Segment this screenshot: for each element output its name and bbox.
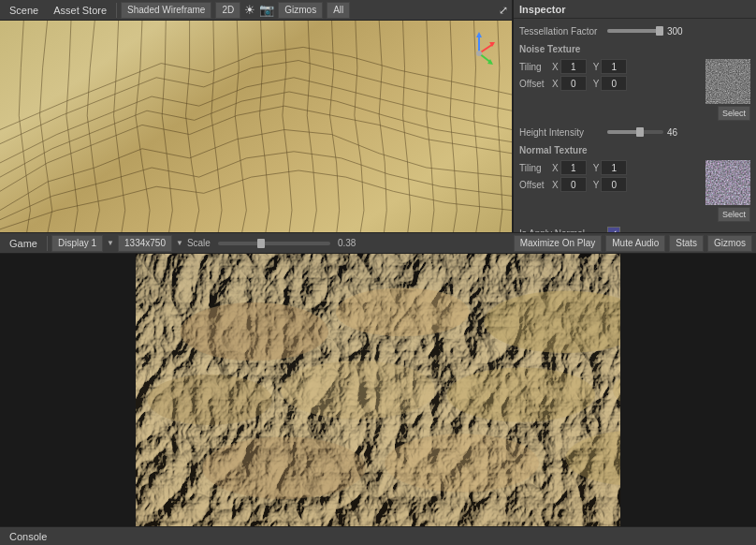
tessellation-slider-container: 300 [607, 26, 750, 37]
svg-point-11 [181, 302, 328, 361]
scene-panel: Scene Asset Store Shaded Wireframe 2D ☀ … [0, 0, 513, 232]
game-toolbar-separator [47, 236, 48, 251]
normal-tiling-x-value[interactable]: 1 [560, 160, 587, 175]
svg-point-15 [148, 375, 272, 425]
scale-value: 0.38 [338, 238, 356, 248]
svg-point-20 [202, 436, 365, 499]
noise-tiling-y-value[interactable]: 1 [601, 59, 627, 74]
game-viewport [0, 254, 756, 526]
svg-rect-8 [705, 160, 750, 205]
noise-tiling-x-value[interactable]: 1 [560, 59, 587, 74]
normal-offset-x-axis: X [552, 180, 559, 190]
toolbar-right: Maximize On Play Mute Audio Stats Gizmos [514, 235, 752, 252]
normal-offset-x-field: X 0 [552, 177, 587, 192]
height-intensity-value: 46 [667, 127, 690, 138]
normal-tiling-x-axis: X [552, 163, 559, 173]
height-intensity-label: Height Intensity [519, 127, 603, 138]
normal-offset-label: Offset [519, 180, 549, 190]
noise-tiling-x-field: X 1 [552, 59, 587, 74]
tessellation-slider[interactable] [607, 29, 663, 33]
scene-gizmo [456, 30, 502, 77]
noise-tiling-row: Tiling X 1 Y 1 [519, 59, 702, 74]
camera-icon[interactable]: 📷 [259, 3, 274, 17]
toolbar-separator [116, 3, 117, 18]
game-tab-label[interactable]: Game [4, 238, 43, 249]
normal-offset-y-axis: Y [593, 180, 600, 190]
shading-mode-btn[interactable]: Shaded Wireframe [121, 2, 211, 19]
inspector-panel: Inspector Tessellation Factor 300 Noise … [513, 0, 756, 232]
noise-offset-x-value[interactable]: 0 [560, 76, 587, 91]
scale-thumb [257, 239, 265, 248]
noise-offset-y-field: Y 0 [593, 76, 628, 91]
svg-marker-1 [476, 32, 482, 37]
inspector-body: Tessellation Factor 300 Noise Texture Ti… [514, 19, 756, 232]
svg-rect-7 [705, 59, 750, 104]
game-section: Game Display 1 ▼ 1334x750 ▼ Scale 0.38 M… [0, 232, 756, 526]
noise-offset-y-axis: Y [593, 79, 600, 89]
scene-toolbar: Scene Asset Store Shaded Wireframe 2D ☀ … [0, 0, 512, 21]
normal-texture-preview [705, 160, 750, 205]
noise-offset-label: Offset [519, 79, 549, 89]
inspector-header: Inspector [514, 0, 756, 19]
normal-texture-label: Normal Texture [519, 143, 750, 157]
noise-tiling-y-field: Y 1 [593, 59, 628, 74]
tessellation-row: Tessellation Factor 300 [519, 22, 750, 39]
svg-point-17 [447, 368, 595, 422]
wireframe-overlay [0, 21, 512, 232]
normal-offset-y-value[interactable]: 0 [601, 177, 627, 192]
projection-btn[interactable]: 2D [215, 2, 240, 19]
noise-tiling-y-axis: Y [593, 62, 600, 72]
noise-texture-section: Tiling X 1 Y 1 Offset X [519, 59, 750, 121]
normal-offset-y-field: Y 0 [593, 177, 628, 192]
normal-tiling-x-field: X 1 [552, 160, 587, 175]
asset-store-tab-label[interactable]: Asset Store [48, 5, 112, 16]
noise-tiling-x-axis: X [552, 62, 559, 72]
game-right-border [620, 254, 756, 526]
scene-tab-label[interactable]: Scene [4, 5, 44, 16]
noise-offset-y-value[interactable]: 0 [601, 76, 627, 91]
bottom-bar: Console [0, 526, 756, 545]
noise-texture-preview [705, 59, 750, 104]
svg-point-12 [336, 287, 470, 336]
mute-audio-btn[interactable]: Mute Audio [605, 235, 665, 252]
gizmos-game-btn[interactable]: Gizmos [707, 235, 752, 252]
normal-offset-row: Offset X 0 Y 0 [519, 177, 702, 192]
game-left-border [0, 254, 136, 526]
normal-tiling-y-value[interactable]: 1 [601, 160, 627, 175]
resolution-btn[interactable]: 1334x750 [118, 235, 172, 252]
sun-icon[interactable]: ☀ [244, 3, 255, 17]
normal-select-btn[interactable]: Select [718, 207, 750, 222]
game-toolbar: Game Display 1 ▼ 1334x750 ▼ Scale 0.38 M… [0, 233, 756, 254]
height-intensity-row: Height Intensity 46 [519, 124, 750, 140]
scene-viewport [0, 21, 512, 232]
noise-offset-x-field: X 0 [552, 76, 587, 91]
display-btn[interactable]: Display 1 [51, 235, 103, 252]
scene-maximize-icon[interactable]: ⤢ [499, 4, 508, 17]
display-dropdown-arrow: ▼ [107, 239, 114, 247]
height-intensity-slider[interactable] [607, 130, 663, 134]
maximize-on-play-btn[interactable]: Maximize On Play [514, 235, 603, 252]
height-intensity-slider-container: 46 [607, 127, 750, 138]
console-tab-label[interactable]: Console [4, 531, 52, 542]
resolution-dropdown-arrow: ▼ [176, 239, 183, 247]
noise-texture-label: Noise Texture [519, 42, 750, 56]
tessellation-label: Tessellation Factor [519, 26, 603, 37]
noise-offset-row: Offset X 0 Y 0 [519, 76, 702, 91]
svg-point-21 [385, 434, 539, 492]
normal-tiling-label: Tiling [519, 163, 549, 173]
is-apply-normal-row: Is Apply Normal ✓ [519, 225, 750, 232]
scene-background [0, 21, 512, 232]
normal-offset-x-value[interactable]: 0 [560, 177, 587, 192]
noise-offset-x-axis: X [552, 79, 559, 89]
svg-point-16 [281, 361, 435, 419]
noise-select-btn[interactable]: Select [718, 106, 750, 121]
normal-tiling-row: Tiling X 1 Y 1 [519, 160, 702, 175]
noise-tiling-label: Tiling [519, 62, 549, 72]
scale-slider[interactable] [218, 242, 330, 245]
stats-btn[interactable]: Stats [669, 235, 704, 252]
all-btn[interactable]: All [327, 2, 350, 19]
gizmos-scene-btn[interactable]: Gizmos [278, 2, 323, 19]
inspector-title: Inspector [519, 4, 566, 15]
svg-point-6 [476, 51, 482, 56]
normal-texture-section: Tiling X 1 Y 1 Offset X [519, 160, 750, 222]
